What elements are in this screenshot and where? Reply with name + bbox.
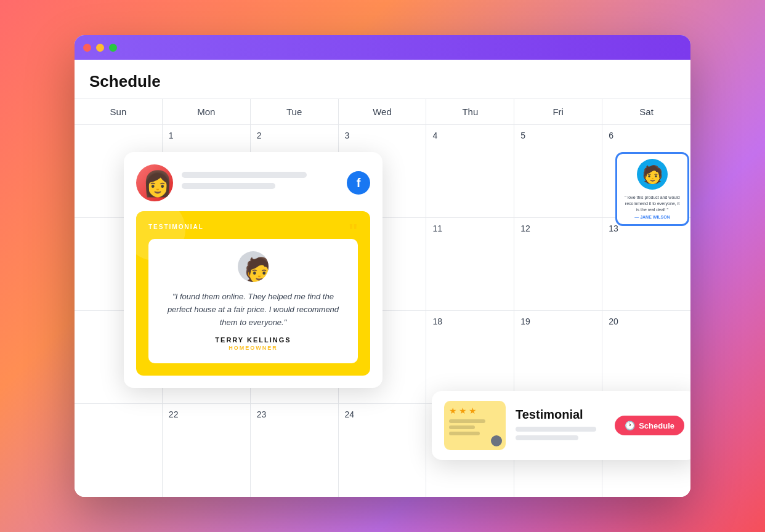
name-line [182, 172, 307, 178]
cell-r3-thu: 18 [426, 311, 514, 403]
card-top: f [136, 164, 370, 201]
day-header-sun: Sun [75, 99, 163, 124]
schedule-btn-label: Schedule [639, 421, 674, 430]
thumb-line-1 [449, 419, 485, 423]
quote-text: "I found them online. They helped me fin… [161, 291, 346, 329]
facebook-icon: f [347, 171, 370, 195]
blue-card-quote: " love this product and would recommend … [622, 195, 682, 212]
testimonial-label: TESTIMONIAL [148, 224, 358, 230]
day-header-fri: Fri [514, 99, 602, 124]
popup-line-2 [516, 435, 578, 440]
cell-r2-fri: 12 [514, 218, 602, 310]
browser-titlebar [75, 35, 690, 60]
popup-content: Testimonial [516, 408, 605, 444]
star-1: ★ [449, 406, 457, 416]
page-title: Schedule [89, 72, 676, 91]
close-button[interactable] [83, 44, 91, 52]
inner-card-content: "I found them online. They helped me fin… [148, 239, 358, 363]
avatar [136, 164, 173, 201]
cell-r4-wed: 24 [339, 404, 427, 497]
day-header-sat: Sat [602, 99, 690, 124]
thumb-avatar [491, 435, 502, 446]
blue-card-avatar: 🧑 [637, 159, 668, 190]
inner-testimonial-card: TESTIMONIAL " "I found them online. They… [136, 211, 370, 376]
popup-line-1 [516, 427, 596, 432]
subtitle-line [182, 183, 275, 189]
schedule-page: Schedule Sun Mon Tue Wed Thu Fri Sat 1 [75, 60, 690, 497]
author-name: TERRY KELLINGS [161, 336, 346, 344]
popup-thumbnail: ★ ★ ★ [444, 401, 506, 450]
cell-r4-tue: 23 [251, 404, 339, 497]
author-role: HOMEOWNER [161, 345, 346, 351]
schedule-header: Schedule [75, 60, 690, 99]
cell-r4-mon: 22 [163, 404, 251, 497]
schedule-button[interactable]: 🕐 Schedule [615, 416, 684, 435]
cell-r2-sat: 13 [602, 218, 690, 310]
cell-r2-thu: 11 [426, 218, 514, 310]
browser-content: Schedule Sun Mon Tue Wed Thu Fri Sat 1 [75, 60, 690, 497]
thumb-line-3 [449, 432, 480, 435]
cell-r3-fri: 19 [514, 311, 602, 403]
day-header-wed: Wed [339, 99, 427, 124]
testimonial-avatar [238, 251, 269, 282]
bottom-testimonial-popup: ★ ★ ★ Testimonial 🕐 [432, 391, 690, 460]
cell-r3-sat: 20 [602, 311, 690, 403]
browser-window: Schedule Sun Mon Tue Wed Thu Fri Sat 1 [75, 35, 690, 497]
day-header-mon: Mon [163, 99, 251, 124]
maximize-button[interactable] [109, 44, 117, 52]
clock-icon: 🕐 [625, 421, 635, 430]
card-text-lines [182, 172, 338, 194]
day-header-tue: Tue [251, 99, 339, 124]
star-rating: ★ ★ ★ [449, 406, 501, 416]
popup-title: Testimonial [516, 408, 605, 422]
cell-r4-sun [75, 404, 163, 497]
day-header-thu: Thu [426, 99, 514, 124]
cell-r1-thu: 4 [426, 125, 514, 217]
minimize-button[interactable] [96, 44, 104, 52]
calendar-header: Sun Mon Tue Wed Thu Fri Sat [75, 99, 690, 125]
quote-mark-icon: " [349, 220, 358, 243]
blue-testimonial-card: 🧑 " love this product and would recommen… [615, 152, 689, 226]
star-3: ★ [469, 406, 477, 416]
testimonial-card-large: f TESTIMONIAL " "I found them online. Th… [124, 152, 382, 388]
cell-r1-fri: 5 [514, 125, 602, 217]
blue-card-author: — JANE WILSON [622, 215, 682, 219]
star-2: ★ [459, 406, 467, 416]
thumb-line-2 [449, 425, 475, 429]
